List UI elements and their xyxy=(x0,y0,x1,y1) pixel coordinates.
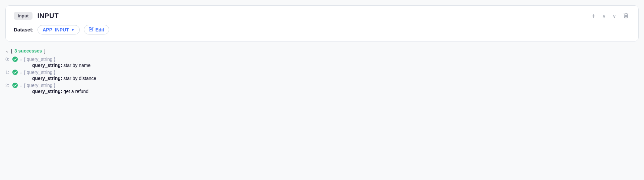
successes-count: 3 successes xyxy=(14,48,42,54)
check-icon-2 xyxy=(12,82,18,88)
result-curly-2: { query_string } xyxy=(24,83,55,88)
result-chevron-1[interactable]: ⌄ xyxy=(19,70,22,75)
successes-header: ⌄ [ 3 successes ] xyxy=(5,48,639,54)
result-row-0: 0: ⌄ { query_string } xyxy=(5,56,639,62)
card-title: INPUT xyxy=(37,12,59,20)
card-header: input INPUT + ∧ ∨ xyxy=(14,12,630,20)
pencil-icon xyxy=(89,27,93,32)
add-icon[interactable]: + xyxy=(590,12,597,20)
results-section: ⌄ [ 3 successes ] 0: ⌄ { query_string } … xyxy=(5,47,639,94)
list-item: 1: ⌄ { query_string } query_string: star… xyxy=(5,69,639,81)
svg-point-0 xyxy=(12,57,18,62)
list-item: 0: ⌄ { query_string } query_string: star… xyxy=(5,56,639,68)
bracket-close: ] xyxy=(44,48,45,54)
result-curly-1: { query_string } xyxy=(24,70,55,75)
edit-label: Edit xyxy=(95,27,104,32)
check-icon-0 xyxy=(12,56,18,62)
result-index-2: 2: xyxy=(5,83,11,88)
result-detail-0: query_string: star by name xyxy=(5,63,639,68)
result-key-0: query_string: xyxy=(32,63,62,68)
dataset-button[interactable]: APP_INPUT ▼ xyxy=(38,25,79,34)
delete-icon[interactable] xyxy=(622,12,630,20)
chevron-down-icon: ▼ xyxy=(71,28,75,32)
result-value-text-0: star by name xyxy=(63,63,90,68)
result-index-1: 1: xyxy=(5,70,11,75)
input-badge: input xyxy=(14,12,33,20)
result-row-1: 1: ⌄ { query_string } xyxy=(5,69,639,75)
dataset-label: Dataset: xyxy=(14,27,34,32)
result-index-0: 0: xyxy=(5,57,11,62)
result-row-2: 2: ⌄ { query_string } xyxy=(5,82,639,88)
move-up-icon[interactable]: ∧ xyxy=(601,13,607,19)
list-item: 2: ⌄ { query_string } query_string: get … xyxy=(5,82,639,94)
card-header-left: input INPUT xyxy=(14,12,59,20)
result-chevron-0[interactable]: ⌄ xyxy=(19,57,22,62)
result-key-1: query_string: xyxy=(32,76,62,81)
result-value-text-2: get a refund xyxy=(63,89,88,94)
card-toolbar: + ∧ ∨ xyxy=(590,12,630,20)
result-detail-1: query_string: star by distance xyxy=(5,76,639,81)
result-chevron-2[interactable]: ⌄ xyxy=(19,83,22,88)
result-detail-2: query_string: get a refund xyxy=(5,89,639,94)
result-value-text-1: star by distance xyxy=(63,76,96,81)
svg-point-1 xyxy=(12,70,18,75)
dataset-value: APP_INPUT xyxy=(43,27,69,32)
bracket-open: [ xyxy=(11,48,12,54)
result-key-2: query_string: xyxy=(32,89,62,94)
check-icon-1 xyxy=(12,69,18,75)
svg-point-2 xyxy=(12,83,18,88)
result-curly-0: { query_string } xyxy=(24,57,55,62)
results-collapse-icon[interactable]: ⌄ xyxy=(5,49,9,54)
move-down-icon[interactable]: ∨ xyxy=(611,13,618,19)
input-card: input INPUT + ∧ ∨ Dataset: APP_INPUT ▼ xyxy=(5,5,639,41)
card-sub-row: Dataset: APP_INPUT ▼ Edit xyxy=(14,25,630,34)
edit-button[interactable]: Edit xyxy=(84,25,109,34)
